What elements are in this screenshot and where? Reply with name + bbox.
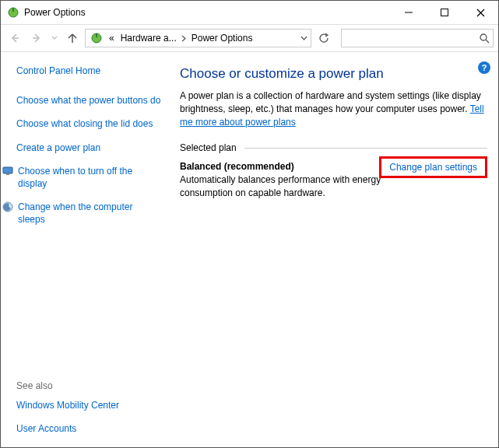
page-description: A power plan is a collection of hardware… (180, 89, 487, 128)
see-also-link[interactable]: Windows Mobility Center (16, 399, 161, 411)
section-label: Selected plan (180, 142, 237, 153)
sidebar-link[interactable]: Create a power plan (16, 142, 161, 154)
search-input[interactable] (345, 32, 480, 44)
refresh-icon (318, 33, 329, 44)
breadcrumb-segment[interactable]: Hardware a... (118, 33, 180, 44)
app-icon (7, 6, 19, 19)
window-title: Power Options (24, 7, 391, 18)
see-also-label: See also (16, 380, 161, 391)
help-icon[interactable]: ? (478, 61, 490, 74)
back-button[interactable] (5, 29, 24, 47)
search-box[interactable] (341, 29, 494, 47)
svg-rect-13 (6, 173, 9, 175)
history-dropdown[interactable] (49, 29, 60, 47)
minimize-button[interactable] (391, 1, 427, 24)
address-icon (90, 32, 103, 44)
main-panel: ? Choose or customize a power plan A pow… (172, 52, 498, 447)
up-arrow-icon (66, 32, 79, 44)
nav-bar: « Hardware a... Power Options (1, 24, 498, 52)
forward-button[interactable] (27, 29, 46, 47)
section-header: Selected plan (180, 142, 487, 153)
change-plan-settings-link[interactable]: Change plan settings (389, 162, 477, 173)
svg-rect-12 (3, 167, 12, 173)
refresh-button[interactable] (315, 29, 333, 47)
body: Control Panel Home Choose what the power… (1, 52, 498, 447)
svg-point-10 (480, 34, 487, 40)
search-icon[interactable] (480, 33, 490, 44)
breadcrumb-prefix: « (106, 33, 118, 44)
up-button[interactable] (63, 29, 82, 47)
sidebar-link[interactable]: Change when the computer sleeps (18, 201, 161, 226)
minimize-icon (405, 9, 413, 16)
back-arrow-icon (9, 32, 21, 44)
display-icon (2, 166, 13, 177)
see-also-link[interactable]: User Accounts (16, 422, 161, 435)
close-button[interactable] (462, 1, 498, 24)
sidebar: Control Panel Home Choose what the power… (1, 52, 172, 447)
divider (244, 148, 487, 149)
sleep-icon (2, 201, 13, 212)
address-bar[interactable]: « Hardware a... Power Options (85, 29, 311, 47)
svg-rect-3 (441, 9, 448, 16)
breadcrumb-segment[interactable]: Power Options (188, 33, 256, 44)
page-title: Choose or customize a power plan (180, 66, 487, 82)
chevron-down-icon (51, 35, 58, 41)
svg-rect-1 (12, 8, 14, 12)
control-panel-home-link[interactable]: Control Panel Home (16, 65, 161, 77)
close-icon (476, 9, 485, 17)
sidebar-link[interactable]: Choose what the power buttons do (16, 94, 161, 107)
forward-arrow-icon (30, 32, 43, 44)
sidebar-link[interactable]: Choose what closing the lid does (16, 117, 161, 130)
maximize-icon (441, 9, 448, 16)
highlight-box: Change plan settings (379, 156, 487, 178)
chevron-right-icon[interactable] (180, 35, 188, 42)
sidebar-link[interactable]: Choose when to turn off the display (18, 165, 161, 190)
chevron-down-icon[interactable] (299, 36, 309, 41)
svg-rect-9 (96, 33, 97, 37)
desc-text: A power plan is a collection of hardware… (180, 90, 481, 114)
maximize-button[interactable] (427, 1, 462, 24)
power-plan-row: Balanced (recommended) Automatically bal… (180, 161, 487, 200)
title-bar: Power Options (1, 1, 498, 24)
svg-line-11 (486, 40, 489, 43)
window-controls (391, 1, 498, 24)
